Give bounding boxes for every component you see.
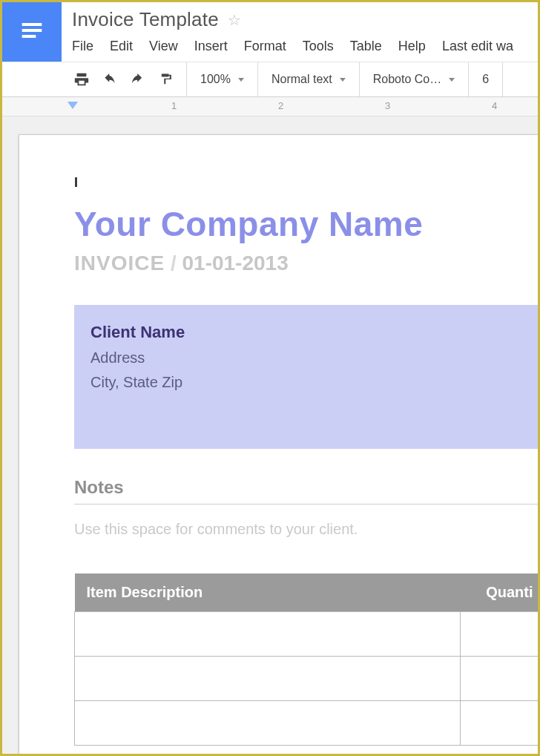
table-row[interactable] bbox=[75, 701, 539, 746]
col-item-description: Item Description bbox=[75, 573, 461, 612]
document-canvas[interactable]: I Your Company Name INVOICE / 01-01-2013… bbox=[2, 116, 538, 754]
title-bar: Invoice Template ☆ File Edit View Insert… bbox=[2, 2, 538, 62]
col-quantity: Quanti bbox=[461, 573, 539, 612]
redo-icon[interactable] bbox=[130, 71, 146, 88]
font-family-dropdown[interactable]: Roboto Co… bbox=[360, 62, 469, 96]
paragraph-style-dropdown[interactable]: Normal text bbox=[258, 62, 359, 96]
client-address[interactable]: Address bbox=[90, 349, 529, 367]
menu-insert[interactable]: Insert bbox=[194, 39, 228, 54]
paragraph-style-value: Normal text bbox=[271, 73, 332, 86]
ruler-tick: 4 bbox=[492, 100, 497, 111]
menu-edit[interactable]: Edit bbox=[110, 39, 133, 54]
notes-divider bbox=[74, 504, 538, 504]
menu-bar: File Edit View Insert Format Tools Table… bbox=[72, 39, 530, 54]
menu-view[interactable]: View bbox=[149, 39, 178, 54]
invoice-label: INVOICE bbox=[74, 252, 165, 275]
menu-table[interactable]: Table bbox=[350, 39, 382, 54]
ruler-tick: 2 bbox=[278, 100, 283, 111]
undo-icon[interactable] bbox=[102, 71, 118, 88]
invoice-separator: / bbox=[171, 252, 177, 275]
document-title[interactable]: Invoice Template bbox=[72, 8, 219, 31]
ruler-tick: 1 bbox=[171, 100, 177, 111]
print-icon[interactable] bbox=[73, 71, 90, 88]
paint-format-icon[interactable] bbox=[158, 71, 174, 88]
svg-rect-1 bbox=[22, 29, 42, 32]
menu-file[interactable]: File bbox=[72, 39, 93, 54]
menu-format[interactable]: Format bbox=[244, 39, 286, 54]
docs-icon bbox=[17, 20, 47, 44]
client-city-state-zip[interactable]: City, State Zip bbox=[90, 374, 529, 391]
text-cursor: I bbox=[74, 175, 538, 191]
font-family-value: Roboto Co… bbox=[373, 73, 442, 86]
table-header-row: Item Description Quanti bbox=[75, 573, 539, 612]
chevron-down-icon bbox=[238, 78, 244, 82]
title-area: Invoice Template ☆ File Edit View Insert… bbox=[62, 2, 538, 62]
menu-help[interactable]: Help bbox=[398, 39, 426, 54]
font-size-dropdown[interactable]: 6 bbox=[469, 62, 502, 96]
ruler-tick: 3 bbox=[385, 100, 390, 111]
client-info-box[interactable]: Client Name Address City, State Zip bbox=[74, 305, 538, 449]
star-icon[interactable]: ☆ bbox=[228, 11, 241, 29]
table-row[interactable] bbox=[75, 657, 539, 701]
horizontal-ruler[interactable]: 1 2 3 4 bbox=[2, 97, 538, 116]
toolbar: 100% Normal text Roboto Co… 6 bbox=[2, 62, 538, 97]
menu-tools[interactable]: Tools bbox=[303, 39, 334, 54]
notes-heading[interactable]: Notes bbox=[74, 477, 538, 498]
chevron-down-icon bbox=[449, 78, 455, 82]
svg-rect-0 bbox=[22, 23, 42, 26]
client-name[interactable]: Client Name bbox=[90, 323, 529, 342]
zoom-value: 100% bbox=[200, 73, 231, 86]
notes-placeholder[interactable]: Use this space for comments to your clie… bbox=[74, 521, 538, 538]
svg-rect-2 bbox=[22, 35, 36, 38]
page[interactable]: I Your Company Name INVOICE / 01-01-2013… bbox=[19, 134, 538, 754]
chevron-down-icon bbox=[340, 78, 346, 82]
docs-home-button[interactable] bbox=[2, 2, 62, 62]
table-row[interactable] bbox=[75, 612, 539, 657]
last-edit-label[interactable]: Last edit wa bbox=[442, 39, 513, 54]
invoice-heading[interactable]: INVOICE / 01-01-2013 bbox=[74, 252, 538, 275]
company-name[interactable]: Your Company Name bbox=[74, 204, 538, 244]
font-size-value: 6 bbox=[482, 73, 489, 86]
window-frame: Invoice Template ☆ File Edit View Insert… bbox=[0, 0, 540, 756]
zoom-dropdown[interactable]: 100% bbox=[187, 62, 257, 96]
left-indent-handle[interactable] bbox=[68, 102, 78, 109]
invoice-date: 01-01-2013 bbox=[182, 252, 288, 275]
line-items-table[interactable]: Item Description Quanti bbox=[74, 573, 538, 746]
